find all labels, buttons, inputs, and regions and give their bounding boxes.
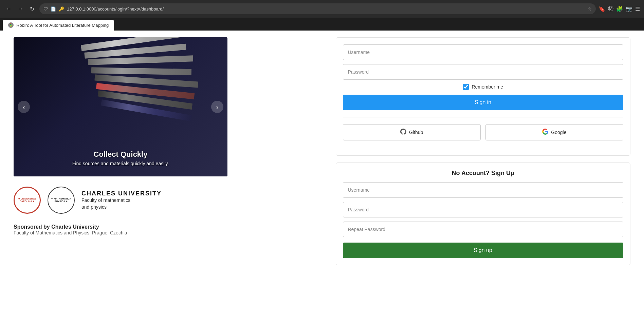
reload-button[interactable]: ↻ (27, 4, 37, 14)
remember-me-row: Remember me (343, 84, 624, 90)
signup-repeat-password-input[interactable] (343, 222, 624, 237)
faculty-line1: Faculty of mathematics (81, 197, 162, 204)
key-icon: 🔑 (59, 6, 64, 12)
profile-icon[interactable]: Ⓜ (608, 5, 613, 13)
sponsor-text: CHARLES UNIVERSITY Faculty of mathematic… (81, 190, 162, 210)
signin-username-input[interactable] (343, 44, 624, 60)
university-name: CHARLES UNIVERSITY (81, 190, 162, 197)
signup-section: No Account? Sign Up Sign up (336, 163, 631, 265)
github-icon (400, 129, 406, 136)
sponsor-footer-subtitle: Faculty of Mathematics and Physics, Prag… (14, 230, 127, 235)
menu-icon[interactable]: ☰ (635, 6, 640, 12)
shield-icon: 🛡 (43, 6, 48, 12)
signin-section: Remember me Sign in Github Google (336, 37, 631, 156)
oauth-buttons-row: Github Google (343, 124, 624, 140)
screenshot-icon[interactable]: 📷 (626, 6, 632, 12)
carousel-subtitle: Find sources and materials quickly and e… (14, 161, 227, 166)
tab-bar: 🦜 Robin: A Tool for Automated Literature… (0, 18, 644, 31)
google-icon (542, 129, 548, 136)
sponsor-footer: Sponsored by Charles University Faculty … (14, 224, 127, 235)
tab-favicon: 🦜 (8, 22, 14, 28)
remember-me-label: Remember me (472, 84, 503, 90)
doc-icon: 📄 (51, 6, 56, 12)
faculty-logo: ✦ MATHEMATICA PHYSICA ✦ (48, 187, 75, 214)
divider (343, 117, 624, 117)
github-button-label: Github (409, 130, 423, 135)
carousel: ‹ › Collect Quickly Find sources and mat… (14, 37, 227, 176)
book-stack (88, 44, 197, 103)
google-button-label: Google (551, 130, 566, 135)
signin-button[interactable]: Sign in (343, 95, 624, 110)
extensions-icon[interactable]: 🧩 (616, 6, 623, 12)
tab-title: Robin: A Tool for Automated Literature M… (16, 23, 109, 28)
remember-me-checkbox[interactable] (463, 84, 469, 90)
page-container: ‹ › Collect Quickly Find sources and mat… (0, 31, 644, 324)
signin-password-input[interactable] (343, 64, 624, 80)
signup-button[interactable]: Sign up (343, 243, 624, 258)
carousel-image: ‹ › Collect Quickly Find sources and mat… (14, 37, 227, 176)
signup-password-input[interactable] (343, 202, 624, 217)
address-bar[interactable]: 🛡 📄 🔑 127.0.0.1:8000/accounts/login/?nex… (39, 3, 596, 14)
google-oauth-button[interactable]: Google (485, 124, 623, 140)
browser-chrome: ← → ↻ 🛡 📄 🔑 127.0.0.1:8000/accounts/logi… (0, 0, 644, 18)
sponsor-footer-title: Sponsored by Charles University (14, 224, 127, 230)
signup-username-input[interactable] (343, 182, 624, 198)
right-panel: Remember me Sign in Github Google (322, 31, 644, 324)
browser-action-buttons: 🔖 Ⓜ 🧩 📷 ☰ (599, 5, 640, 13)
carousel-caption: Collect Quickly Find sources and materia… (14, 150, 227, 166)
charles-university-red-logo: ⚜ UNIVERSITAS CAROLINA ⚜ (14, 187, 41, 214)
carousel-next-button[interactable]: › (211, 101, 223, 113)
github-oauth-button[interactable]: Github (343, 124, 481, 140)
pocket-icon[interactable]: 🔖 (599, 6, 605, 12)
signup-title: No Account? Sign Up (343, 170, 624, 177)
faculty-line2: and physics (81, 204, 162, 211)
star-icon[interactable]: ☆ (588, 6, 592, 12)
book-4 (91, 67, 191, 75)
carousel-prev-button[interactable]: ‹ (18, 101, 30, 113)
sponsor-section: ⚜ UNIVERSITAS CAROLINA ⚜ ✦ MATHEMATICA P… (14, 187, 162, 214)
forward-button[interactable]: → (16, 4, 25, 14)
carousel-title: Collect Quickly (14, 150, 227, 159)
nav-buttons: ← → ↻ (4, 4, 37, 14)
active-tab[interactable]: 🦜 Robin: A Tool for Automated Literature… (3, 20, 114, 31)
url-text: 127.0.0.1:8000/accounts/login/?next=/das… (67, 6, 585, 12)
back-button[interactable]: ← (4, 4, 14, 14)
left-panel: ‹ › Collect Quickly Find sources and mat… (0, 31, 322, 324)
